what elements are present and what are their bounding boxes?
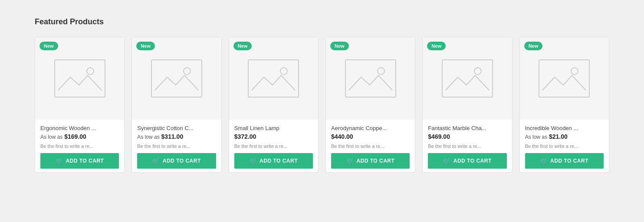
products-grid: New Ergonomic Wooden ...As low as $169.0… <box>35 37 609 173</box>
product-card: New Fantastic Marble Cha...$469.00Be the… <box>422 37 512 173</box>
product-price: $469.00 <box>428 133 506 140</box>
cart-icon: 🛒 <box>540 157 548 164</box>
product-review: Be the first to write a re... <box>40 144 119 149</box>
product-image-area: New <box>520 37 609 120</box>
new-badge: New <box>524 42 543 50</box>
product-image-placeholder <box>441 59 493 98</box>
product-image-area: New <box>423 37 512 120</box>
cart-icon: 🛒 <box>56 157 63 164</box>
product-info: Synergistic Cotton C...As low as $311.00… <box>132 120 221 172</box>
svg-rect-4 <box>248 60 299 97</box>
add-to-cart-button[interactable]: 🛒ADD TO CART <box>331 153 410 169</box>
product-price: As low as $311.00 <box>137 133 216 140</box>
svg-rect-0 <box>55 60 105 97</box>
product-name: Fantastic Marble Cha... <box>428 125 506 131</box>
product-info: Ergonomic Wooden ...As low as $169.00Be … <box>35 120 124 172</box>
product-image-placeholder <box>151 59 203 98</box>
product-info: Fantastic Marble Cha...$469.00Be the fir… <box>423 120 512 172</box>
product-name: Aerodynamic Coppe... <box>331 125 410 131</box>
svg-point-7 <box>378 68 384 75</box>
svg-rect-8 <box>442 60 493 97</box>
product-price: $372.00 <box>234 133 313 140</box>
new-badge: New <box>233 42 252 50</box>
cart-icon: 🛒 <box>152 157 160 164</box>
add-to-cart-label: ADD TO CART <box>260 158 298 164</box>
product-image-placeholder <box>345 59 397 98</box>
product-name: Ergonomic Wooden ... <box>40 125 119 131</box>
add-to-cart-button[interactable]: 🛒ADD TO CART <box>40 153 119 169</box>
product-price: As low as $169.00 <box>40 133 119 140</box>
product-card: New Synergistic Cotton C...As low as $31… <box>131 37 221 173</box>
product-image-placeholder <box>54 59 106 98</box>
add-to-cart-label: ADD TO CART <box>453 158 492 164</box>
new-badge: New <box>330 42 349 50</box>
product-name: Incredible Wooden ... <box>525 125 604 131</box>
product-image-placeholder <box>538 59 590 98</box>
cart-icon: 🛒 <box>250 157 257 164</box>
product-price: $440.00 <box>331 133 410 140</box>
svg-point-1 <box>87 68 94 75</box>
product-review: Be the first to write a re... <box>234 144 313 149</box>
product-review: Be the first to write a re... <box>428 144 506 149</box>
product-image-area: New <box>326 37 415 120</box>
cart-icon: 🛒 <box>443 157 451 164</box>
add-to-cart-label: ADD TO CART <box>550 158 588 164</box>
product-price: As low as $21.00 <box>525 133 604 140</box>
product-info: Aerodynamic Coppe...$440.00Be the first … <box>326 120 415 172</box>
add-to-cart-button[interactable]: 🛒ADD TO CART <box>137 153 216 169</box>
add-to-cart-button[interactable]: 🛒ADD TO CART <box>525 153 604 169</box>
product-card: New Incredible Wooden ...As low as $21.0… <box>519 37 609 173</box>
add-to-cart-label: ADD TO CART <box>66 158 104 164</box>
svg-point-5 <box>280 68 287 75</box>
product-name: Small Linen Lamp <box>234 125 313 131</box>
svg-rect-2 <box>151 60 202 97</box>
cart-icon: 🛒 <box>346 157 354 164</box>
add-to-cart-label: ADD TO CART <box>356 158 394 164</box>
new-badge: New <box>136 42 155 50</box>
svg-point-9 <box>474 68 481 75</box>
svg-point-3 <box>184 68 191 75</box>
add-to-cart-label: ADD TO CART <box>163 158 201 164</box>
product-card: New Aerodynamic Coppe...$440.00Be the fi… <box>325 37 415 173</box>
section-title: Featured Products <box>35 17 609 26</box>
product-info: Incredible Wooden ...As low as $21.00Be … <box>520 120 609 172</box>
product-card: New Small Linen Lamp$372.00Be the first … <box>229 37 319 173</box>
product-review: Be the first to write a re... <box>137 144 216 149</box>
product-card: New Ergonomic Wooden ...As low as $169.0… <box>35 37 125 173</box>
svg-point-11 <box>571 68 578 75</box>
add-to-cart-button[interactable]: 🛒ADD TO CART <box>428 153 506 169</box>
new-badge: New <box>39 42 58 50</box>
product-image-area: New <box>229 37 318 120</box>
product-image-area: New <box>35 37 124 120</box>
new-badge: New <box>427 42 446 50</box>
product-name: Synergistic Cotton C... <box>137 125 216 131</box>
product-image-placeholder <box>247 59 299 98</box>
svg-rect-6 <box>345 60 396 97</box>
product-info: Small Linen Lamp$372.00Be the first to w… <box>229 120 318 172</box>
product-image-area: New <box>132 37 221 120</box>
product-review: Be the first to write a re... <box>525 144 604 149</box>
svg-rect-10 <box>539 60 589 97</box>
add-to-cart-button[interactable]: 🛒ADD TO CART <box>234 153 313 169</box>
product-review: Be the first to write a re... <box>331 144 410 149</box>
